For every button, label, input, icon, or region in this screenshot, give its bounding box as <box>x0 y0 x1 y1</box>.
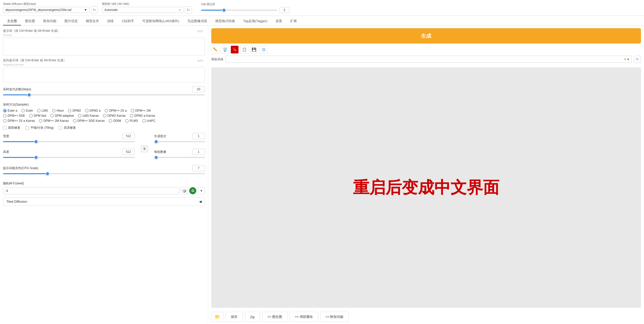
steps-label: 采样迭代步数(Steps) <box>3 87 31 92</box>
vae-section: 模型的 VAE (SD VAE) Automatic ▼ ↻ <box>102 2 192 13</box>
open-folder-button[interactable]: 📁 <box>211 312 223 322</box>
sampler-euler-a[interactable]: Euler a <box>3 109 17 112</box>
width-label: 宽度 <box>3 134 9 138</box>
negative-prompt-block: 反向提示词（按 Ctrl+Enter 或 Alt+Enter 生成） Negat… <box>3 58 205 83</box>
sampler-dpmpp-sde[interactable]: DPM++ SDE <box>3 114 25 117</box>
pencil-icon: ✏️ <box>213 47 218 52</box>
sampler-plms[interactable]: PLMS <box>125 119 138 123</box>
cfg-slider[interactable] <box>3 173 205 178</box>
to-img2img-button[interactable]: >> 图生图 <box>262 312 287 322</box>
tab-merge[interactable]: 模型合并 <box>82 17 103 25</box>
hires-fix-checkbox[interactable]: 高清修复 <box>59 126 76 130</box>
target-button[interactable]: ⊙ <box>260 46 268 54</box>
tab-image-browser[interactable]: 无边图像浏览 <box>183 17 211 25</box>
model-select[interactable]: abyssorangemix2SFW_abyssorangemix2Sfw.sa… <box>3 7 89 13</box>
style-select[interactable]: × ▼ <box>226 56 632 63</box>
tab-txt2img[interactable]: 文生图 <box>3 17 21 25</box>
steps-slider[interactable] <box>3 94 205 99</box>
save-button[interactable]: 保存 <box>226 312 243 322</box>
prompt-input[interactable] <box>3 38 205 55</box>
style-label: 模板风格 <box>211 57 223 62</box>
width-value[interactable]: 512 <box>122 133 135 139</box>
model-select-value: abyssorangemix2SFW_abyssorangemix2Sfw.sa… <box>5 8 71 12</box>
tab-train[interactable]: 训练 <box>103 17 118 25</box>
height-section: 高度 512 <box>3 149 135 162</box>
batch-size-slider[interactable] <box>154 157 205 162</box>
sampler-dpm2a-label: DPM2 a <box>90 109 101 112</box>
tiled-diffusion-section[interactable]: Tiled Diffusion ◀ <box>3 197 205 206</box>
tab-settings[interactable]: 设置 <box>271 17 286 25</box>
target-icon: ⊙ <box>262 47 266 52</box>
sampler-dpm2[interactable]: DPM2 <box>68 109 81 112</box>
negative-prompt-input[interactable] <box>3 67 205 82</box>
sampler-dpm2a[interactable]: DPM2 a <box>85 109 101 112</box>
tiling-label: 平铺/分块 (Tiling) <box>30 126 54 130</box>
tab-civitai[interactable]: C站助手 <box>118 17 138 25</box>
style-arrow-icon[interactable]: ▼ <box>627 58 630 61</box>
cfg-value[interactable]: 7 <box>192 165 205 171</box>
hires-fix-label: 高清修复 <box>64 126 76 130</box>
sampler-dpm2a-karras[interactable]: DPM2 a Karras <box>130 114 155 117</box>
seed-extra-toggle[interactable]: ▼ <box>198 187 205 194</box>
to-extras-button[interactable]: >> 附加功能 <box>320 312 349 322</box>
height-value[interactable]: 512 <box>122 149 135 155</box>
clipboard-button[interactable]: 📋 <box>240 46 248 54</box>
tab-pnginfo[interactable]: 图片信息 <box>60 17 82 25</box>
batch-col: 生成批次 1 每批数量 <box>154 133 205 162</box>
sampler-lms-karras[interactable]: LMS Karras <box>78 114 99 117</box>
sampler-dpmpp-sde-karras-label: DPM++ SDE Karras <box>77 119 105 123</box>
style-refresh-button[interactable]: ↻ <box>634 56 641 63</box>
model-refresh-button[interactable]: ↻ <box>91 6 98 13</box>
to-inpaint-button[interactable]: >> 局部重绘 <box>289 312 318 322</box>
sampler-lms[interactable]: LMS <box>37 109 48 112</box>
seed-input[interactable] <box>3 187 179 194</box>
width-slider[interactable] <box>3 141 135 146</box>
generate-area: 生成 ✏️ 🗑️ 🔖 📋 <box>208 26 644 65</box>
sampler-dpm-adaptive[interactable]: DPM adaptive <box>50 114 74 117</box>
tab-extras[interactable]: 附加功能 <box>39 17 60 25</box>
trash-button[interactable]: 🗑️ <box>221 46 229 54</box>
tiling-checkbox[interactable]: 平铺/分块 (Tiling) <box>25 126 54 130</box>
sampler-dpmpp2m-karras[interactable]: DPM++ 2M Karras <box>39 119 69 123</box>
sampler-dpmpp2m[interactable]: DPM++ 2M <box>131 109 151 112</box>
seed-dice-button[interactable]: 🎲 <box>181 187 188 194</box>
style-clear-icon[interactable]: × <box>624 57 626 61</box>
generate-button[interactable]: 生成 <box>211 28 641 43</box>
sampler-unipc[interactable]: UniPC <box>142 119 156 123</box>
height-slider[interactable] <box>3 157 135 162</box>
batch-size-value[interactable]: 1 <box>192 149 205 155</box>
pencil-button[interactable]: ✏️ <box>211 46 219 54</box>
zip-button[interactable]: Zip <box>245 312 260 322</box>
batch-count-slider[interactable] <box>154 141 205 146</box>
bookmark-button[interactable]: 🔖 <box>231 46 239 54</box>
tab-img2img[interactable]: 图生图 <box>21 17 39 25</box>
prompt-label: 提示词（按 Ctrl+Enter 或 Alt+Enter 生成） <box>3 29 205 33</box>
tab-model-convert[interactable]: 模型格式转换 <box>211 17 239 25</box>
sampler-euler[interactable]: Euler <box>21 109 33 112</box>
sampler-dpmpp2m-karras-radio <box>39 119 42 123</box>
sampler-heun[interactable]: Heun <box>52 109 64 112</box>
sampler-dpmpp2sa[interactable]: DPM++ 2S a <box>105 109 127 112</box>
save-icon-button[interactable]: 💾 <box>250 46 258 54</box>
clip-value[interactable]: 2 <box>279 7 289 13</box>
tab-tagger[interactable]: Tag反推(Tagger) <box>239 17 271 25</box>
swap-button[interactable]: ⇅ <box>139 136 150 162</box>
batch-count-value[interactable]: 1 <box>192 133 205 139</box>
sampler-dpm-fast[interactable]: DPM fast <box>29 114 46 117</box>
negative-prompt-label: 反向提示词（按 Ctrl+Enter 或 Alt+Enter 生成） <box>3 58 205 63</box>
vae-refresh-button[interactable]: ↻ <box>185 6 192 13</box>
clip-slider[interactable] <box>201 8 277 13</box>
tab-extensions[interactable]: 扩展 <box>286 17 301 25</box>
style-row: 模板风格 × ▼ ↻ <box>211 56 641 63</box>
sampler-dpmpp-sde-karras[interactable]: DPM++ SDE Karras <box>73 119 105 123</box>
seed-recycle-button[interactable]: ♻ <box>189 187 196 194</box>
sampler-ddim[interactable]: DDIM <box>109 119 121 123</box>
vae-select[interactable]: Automatic ▼ <box>102 7 183 13</box>
sampler-dpmpp2sa-karras[interactable]: DPM++ 2S a Karras <box>3 119 35 123</box>
tab-lora[interactable]: 可选附加网络(LoRA插件) <box>138 17 183 25</box>
sampler-dpm-adaptive-label: DPM adaptive <box>55 114 74 117</box>
left-panel: 提示词（按 Ctrl+Enter 或 Alt+Enter 生成） Prompt … <box>0 26 208 324</box>
face-restore-checkbox[interactable]: 面部修复 <box>3 126 20 130</box>
steps-value[interactable]: 20 <box>192 86 205 92</box>
sampler-dpm2-karras[interactable]: DPM2 Karras <box>103 114 126 117</box>
